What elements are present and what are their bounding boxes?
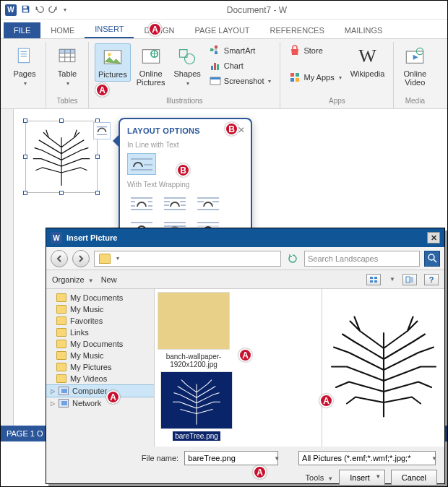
layout-inline-label: In Line with Text — [127, 141, 244, 149]
tab-page-layout[interactable]: PAGE LAYOUT — [185, 22, 260, 38]
tools-button[interactable]: Tools ▼ — [306, 473, 334, 482]
preview-pane — [322, 289, 444, 447]
online-pictures-button[interactable]: OnlinePictures — [134, 43, 168, 89]
pictures-button[interactable]: Pictures — [95, 43, 131, 82]
search-input[interactable]: Search Landscapes — [304, 251, 420, 267]
tree-item-links[interactable]: Links — [46, 327, 154, 338]
svg-rect-67 — [370, 280, 373, 283]
annotation-marker: A — [253, 465, 267, 479]
file-thumb-banch[interactable]: banch-wallpaper-1920x1200.jpg — [158, 292, 230, 369]
store-icon — [289, 45, 301, 56]
svg-rect-23 — [217, 64, 219, 70]
filename-input[interactable] — [184, 451, 278, 465]
forward-button[interactable] — [72, 250, 90, 267]
store-button[interactable]: Store — [286, 43, 344, 58]
tab-mailings[interactable]: MAILINGS — [335, 22, 393, 38]
table-label: Table — [58, 69, 77, 78]
insert-button[interactable]: Insert — [339, 470, 385, 486]
folder-icon — [56, 305, 66, 314]
undo-icon[interactable] — [35, 4, 44, 15]
svg-rect-65 — [370, 277, 373, 279]
quick-access-toolbar: ▾ — [21, 4, 66, 15]
window-title: Document7 - W — [71, 5, 443, 15]
svg-rect-1 — [23, 9, 28, 12]
online-video-button[interactable]: OnlineVideo — [400, 43, 430, 89]
tree-item-favorites[interactable]: Favorites — [46, 315, 154, 327]
filetype-select[interactable] — [298, 451, 436, 465]
tree-item-mydocuments2[interactable]: My Documents — [46, 338, 154, 350]
shapes-icon — [176, 46, 198, 67]
tab-home[interactable]: HOME — [40, 22, 85, 38]
tab-references[interactable]: REFERENCES — [260, 22, 335, 38]
help-button[interactable]: ? — [424, 274, 439, 285]
tree-item-computer[interactable]: ▷Computer — [46, 384, 154, 397]
organize-button[interactable]: Organize ▼ — [52, 275, 94, 284]
tab-file[interactable]: FILE — [4, 22, 40, 38]
screenshot-button[interactable]: Screenshot▾ — [207, 74, 275, 88]
cancel-button[interactable]: Cancel — [391, 470, 437, 486]
filename-label: File name: — [142, 454, 178, 462]
wrap-square-option[interactable] — [127, 193, 156, 215]
tree-item-mydocuments[interactable]: My Documents — [46, 292, 154, 303]
group-label-apps: Apps — [329, 97, 345, 107]
save-icon[interactable] — [21, 4, 30, 15]
file-name: banch-wallpaper-1920x1200.jpg — [158, 353, 230, 369]
preview-pane-button[interactable] — [402, 274, 417, 285]
close-icon[interactable]: ✕ — [427, 232, 440, 244]
myapps-icon — [289, 72, 301, 83]
annotation-marker: A — [319, 394, 333, 408]
qat-dropdown-icon[interactable]: ▾ — [64, 7, 66, 13]
selected-image[interactable] — [25, 121, 98, 193]
group-apps: Store My Apps▾ W Wikipedia Apps — [280, 42, 394, 108]
chart-button[interactable]: Chart — [207, 59, 275, 73]
tree-item-network[interactable]: ▷Network — [46, 397, 154, 409]
layout-wrapping-label: With Text Wrapping — [127, 181, 244, 189]
svg-rect-0 — [23, 6, 27, 8]
file-thumb-baretree[interactable]: bareTree.png — [160, 371, 233, 440]
wikipedia-label: Wikipedia — [350, 69, 385, 78]
layout-options-icon-button[interactable] — [93, 122, 111, 139]
svg-point-63 — [428, 254, 434, 260]
svg-rect-25 — [210, 77, 220, 79]
refresh-button[interactable] — [285, 254, 300, 264]
wrap-through-option[interactable] — [194, 193, 223, 215]
new-folder-button[interactable]: New — [101, 275, 117, 284]
view-button[interactable] — [366, 274, 381, 285]
search-button[interactable] — [424, 251, 440, 267]
screenshot-label: Screenshot — [224, 77, 264, 85]
tree-item-mymusic[interactable]: My Music — [46, 303, 154, 315]
network-icon — [59, 399, 69, 408]
annotation-marker: A — [148, 22, 162, 36]
myapps-button[interactable]: My Apps▾ — [286, 70, 344, 85]
tab-insert[interactable]: INSERT — [85, 21, 134, 38]
group-label-illustrations: Illustrations — [166, 97, 203, 107]
pages-button[interactable]: Pages▾ — [9, 43, 40, 89]
group-illustrations: Pictures OnlinePictures Shapes▾ SmartArt… — [89, 42, 280, 108]
svg-point-13 — [108, 53, 111, 56]
tree-item-mymusic2[interactable]: My Music — [46, 350, 154, 361]
dialog-footer: File name: ▼ ▼ Tools ▼ Insert Cancel — [46, 447, 444, 487]
tree-item-myvideos[interactable]: My Videos — [46, 373, 154, 384]
wikipedia-button[interactable]: W Wikipedia — [348, 43, 388, 80]
computer-icon — [59, 387, 69, 395]
pictures-label: Pictures — [98, 70, 127, 79]
wrap-inline-option[interactable] — [127, 153, 156, 175]
back-button[interactable] — [51, 250, 68, 267]
svg-rect-66 — [374, 277, 377, 279]
file-list[interactable]: banch-wallpaper-1920x1200.jpg bareTree.p… — [155, 289, 322, 447]
close-icon[interactable]: ✕ — [238, 125, 245, 135]
dialog-body: My Documents My Music Favorites Links My… — [46, 289, 444, 447]
store-label: Store — [303, 46, 322, 55]
video-icon — [404, 46, 426, 67]
group-label-tables: Tables — [57, 97, 78, 107]
group-media: OnlineVideo Media — [394, 42, 436, 108]
smartart-button[interactable]: SmartArt — [207, 43, 275, 58]
breadcrumb[interactable]: ▾ — [94, 251, 281, 267]
redo-icon[interactable] — [48, 4, 58, 15]
tree-item-mypictures[interactable]: My Pictures — [46, 361, 154, 373]
shapes-button[interactable]: Shapes▾ — [171, 43, 204, 89]
table-button[interactable]: Table▾ — [52, 43, 82, 89]
annotation-marker: A — [106, 390, 120, 404]
svg-rect-28 — [290, 78, 294, 82]
wrap-tight-option[interactable] — [160, 193, 189, 215]
